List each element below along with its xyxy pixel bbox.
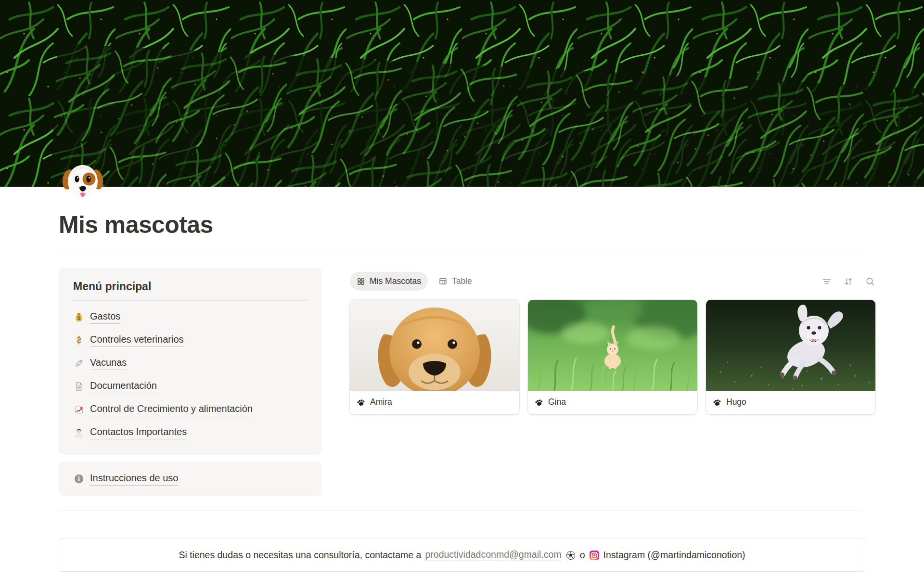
instagram-icon bbox=[589, 550, 600, 561]
tab-label: Table bbox=[452, 276, 472, 286]
menu-item-controles-veterinarios[interactable]: Controles veterinarios bbox=[73, 333, 308, 347]
tab-mis-mascotas[interactable]: Mis Mascotas bbox=[350, 272, 428, 291]
table-icon bbox=[438, 277, 448, 286]
menu-item-vacunas[interactable]: Vacunas bbox=[73, 357, 308, 370]
pet-name: Hugo bbox=[726, 397, 746, 407]
gallery-grid-icon bbox=[357, 277, 365, 286]
menu-link-label: Control de Crecimiento y alimentación bbox=[90, 403, 253, 416]
tab-table[interactable]: Table bbox=[432, 272, 479, 291]
instructions-box[interactable]: Instrucciones de uso bbox=[59, 462, 322, 496]
cover-image bbox=[0, 0, 924, 187]
pet-photo-white-dog-running bbox=[706, 300, 875, 391]
info-icon bbox=[73, 473, 85, 485]
menu-item-contactos-importantes[interactable]: Contactos Importantes bbox=[73, 426, 308, 439]
page-icon-dog-emoji[interactable] bbox=[59, 155, 107, 203]
menu-item-control-crecimiento[interactable]: Control de Crecimiento y alimentación bbox=[73, 403, 308, 416]
paw-prints-icon bbox=[535, 398, 543, 407]
menu-divider bbox=[73, 300, 308, 301]
menu-link-label: Contactos Importantes bbox=[90, 426, 187, 439]
pet-name: Gina bbox=[548, 397, 566, 407]
money-bag-icon: $ bbox=[73, 311, 85, 323]
pet-photo-kitten-in-grass bbox=[528, 300, 697, 391]
pet-name: Amira bbox=[370, 397, 392, 407]
menu-principal-box: Menú principal $ Gastos bbox=[59, 268, 322, 455]
search-icon[interactable] bbox=[865, 276, 875, 287]
pet-card-amira[interactable]: Amira bbox=[350, 300, 519, 414]
grass-cover-graphic bbox=[0, 0, 924, 187]
menu-link-label: Controles veterinarios bbox=[90, 333, 184, 347]
page-title: Mis mascotas bbox=[59, 211, 865, 239]
chart-increasing-icon bbox=[73, 404, 85, 415]
menu-link-label: Documentación bbox=[90, 380, 157, 393]
instagram-label[interactable]: Instagram (@martindamiconotion) bbox=[603, 550, 745, 561]
soccer-ball-icon bbox=[565, 550, 576, 561]
contact-callout: Si tienes dudas o necesitas una consulto… bbox=[59, 539, 865, 572]
medical-symbol-icon bbox=[73, 334, 85, 346]
syringe-icon bbox=[73, 358, 85, 369]
svg-text:$: $ bbox=[77, 315, 80, 321]
paw-prints-icon bbox=[357, 398, 365, 407]
filter-icon[interactable] bbox=[821, 276, 832, 287]
pet-card-gina[interactable]: Gina bbox=[528, 300, 697, 414]
email-link[interactable]: productividadconmd@gmail.com bbox=[425, 549, 561, 561]
menu-item-gastos[interactable]: $ Gastos bbox=[73, 310, 308, 324]
divider-top bbox=[59, 252, 865, 252]
dog-face-icon bbox=[59, 155, 107, 203]
gallery-toolbar: Mis Mascotas Table bbox=[350, 272, 875, 291]
divider-bottom bbox=[59, 511, 865, 511]
health-worker-icon bbox=[73, 427, 85, 438]
pet-card-hugo[interactable]: Hugo bbox=[706, 300, 875, 414]
menu-link-label: Vacunas bbox=[90, 357, 127, 370]
callout-text-middle: o bbox=[580, 550, 585, 561]
callout-text: Si tienes dudas o necesitas una consulto… bbox=[179, 550, 421, 561]
menu-link-label: Gastos bbox=[90, 310, 120, 324]
instructions-link-label: Instrucciones de uso bbox=[90, 472, 178, 486]
paw-prints-icon bbox=[713, 398, 721, 407]
menu-heading: Menú principal bbox=[73, 280, 308, 293]
pet-photo-golden-retriever-puppy bbox=[350, 300, 519, 391]
tab-label: Mis Mascotas bbox=[370, 276, 421, 286]
sort-icon[interactable] bbox=[843, 276, 854, 287]
menu-item-documentacion[interactable]: Documentación bbox=[73, 380, 308, 393]
document-icon bbox=[73, 381, 85, 392]
